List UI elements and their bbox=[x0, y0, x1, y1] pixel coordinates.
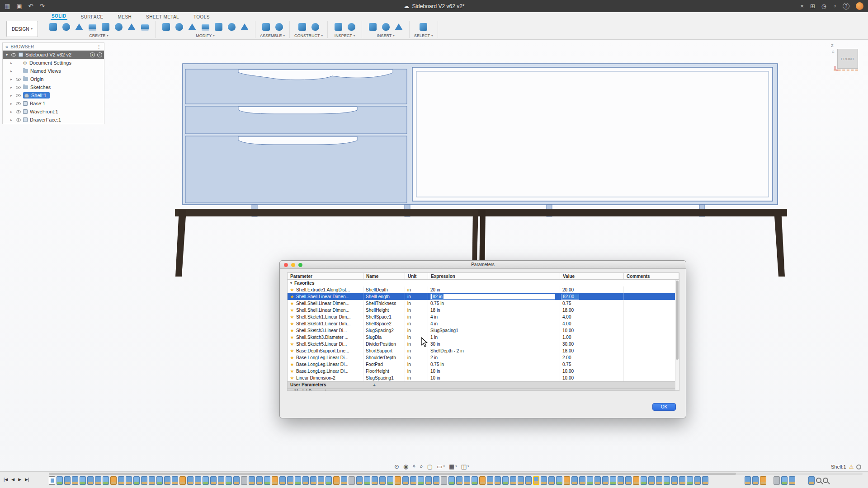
timeline-feature-icon[interactable] bbox=[633, 476, 639, 485]
favorite-star-icon[interactable]: ★ bbox=[289, 293, 295, 300]
timeline-feature-icon[interactable] bbox=[425, 476, 432, 485]
cell-expression[interactable]: 0.75 in bbox=[428, 361, 560, 368]
timeline-feature-icon[interactable] bbox=[249, 476, 255, 485]
timeline-feature-icon[interactable] bbox=[641, 476, 647, 485]
timeline-feature-icon[interactable] bbox=[472, 476, 478, 485]
group-label-create[interactable]: CREATE▾ bbox=[89, 33, 108, 38]
expand-arrow-icon[interactable]: ▸ bbox=[9, 110, 14, 114]
close-icon[interactable]: × bbox=[800, 0, 804, 12]
timeline-feature-icon[interactable] bbox=[625, 476, 632, 485]
ok-button[interactable]: OK bbox=[652, 403, 676, 411]
favorite-star-icon[interactable]: ★ bbox=[289, 314, 295, 320]
timeline-feature-icon[interactable] bbox=[387, 476, 393, 485]
browser-item-origin[interactable]: ▸Origin bbox=[3, 75, 104, 83]
group-label-modify[interactable]: MODIFY▾ bbox=[196, 33, 215, 38]
group-label-construct[interactable]: CONSTRUCT▾ bbox=[294, 33, 323, 38]
favorite-star-icon[interactable]: ★ bbox=[289, 354, 295, 361]
timeline-feature-icon[interactable] bbox=[241, 476, 247, 485]
timeline-feature-icon[interactable] bbox=[525, 476, 532, 485]
cell-comments[interactable] bbox=[624, 368, 679, 375]
tab-solid[interactable]: SOLID bbox=[51, 14, 67, 20]
parameter-row-shortsupport[interactable]: ★Base.DepthSupport.Line...ShortSupportin… bbox=[288, 347, 679, 354]
expand-arrow-icon[interactable]: ▸ bbox=[9, 77, 14, 81]
timeline-feature-icon[interactable] bbox=[187, 476, 193, 485]
sweep-icon[interactable] bbox=[86, 21, 98, 33]
timeline-feature-icon[interactable] bbox=[264, 476, 270, 485]
timeline-feature-icon[interactable] bbox=[203, 476, 209, 485]
display-settings-icon[interactable]: ▭▾ bbox=[437, 463, 445, 470]
timeline-feature-icon[interactable] bbox=[287, 476, 293, 485]
cell-comments[interactable] bbox=[624, 320, 679, 327]
press-pull-icon[interactable] bbox=[160, 21, 172, 33]
timeline-feature-icon[interactable] bbox=[671, 476, 678, 485]
timeline-feature-icon[interactable] bbox=[80, 476, 86, 485]
visibility-eye-icon[interactable] bbox=[16, 78, 21, 81]
cell-comments[interactable] bbox=[624, 375, 679, 381]
timeline-feature-icon[interactable] bbox=[774, 476, 780, 485]
timeline-feature-icon[interactable] bbox=[279, 476, 286, 485]
timeline-feature-icon[interactable] bbox=[541, 476, 547, 485]
timeline-feature-icon[interactable] bbox=[341, 476, 347, 485]
timeline-feature-icon[interactable] bbox=[441, 476, 447, 485]
cell-comments[interactable] bbox=[624, 327, 679, 334]
timeline-feature-icon[interactable] bbox=[464, 476, 470, 485]
drawer-3[interactable] bbox=[185, 136, 407, 203]
favorite-star-icon[interactable]: ★ bbox=[289, 341, 295, 347]
warning-icon[interactable]: ⚠ bbox=[849, 464, 854, 470]
expand-arrow-icon[interactable]: ▸ bbox=[9, 102, 14, 106]
group-label-select[interactable]: SELECT▾ bbox=[414, 33, 433, 38]
timeline-feature-icon[interactable] bbox=[687, 476, 693, 485]
timeline-feature-icon[interactable] bbox=[781, 476, 788, 485]
tab-mesh[interactable]: MESH bbox=[117, 14, 133, 20]
visibility-eye-icon[interactable] bbox=[11, 53, 16, 56]
viewports-icon[interactable]: ◫▾ bbox=[461, 463, 469, 470]
notification-dot-icon[interactable] bbox=[856, 465, 861, 469]
timeline-feature-icon[interactable] bbox=[272, 476, 278, 485]
timeline-feature-icon[interactable] bbox=[694, 476, 701, 485]
parameter-row-slugdia[interactable]: ★Shell.Sketch3.Diameter ...SlugDiain1 in… bbox=[288, 334, 679, 341]
timeline-feature-icon[interactable] bbox=[745, 476, 751, 485]
expand-arrow-icon[interactable]: ▸ bbox=[9, 118, 14, 122]
favorite-star-icon[interactable]: ★ bbox=[289, 320, 295, 327]
parameter-row-floorheight[interactable]: ★Base.LongLeg.Linear Di...FloorHeightin1… bbox=[288, 368, 679, 375]
group-label-insert[interactable]: INSERT▾ bbox=[377, 33, 394, 38]
browser-item-wavefront-1[interactable]: ▸WaveFront:1 bbox=[3, 108, 104, 116]
timeline-feature-icon[interactable] bbox=[318, 476, 324, 485]
timeline-feature-icon[interactable] bbox=[326, 476, 332, 485]
timeline-feature-icon[interactable] bbox=[656, 476, 662, 485]
parameter-row-shelllength[interactable]: ★Shell.Shell.Linear Dimen...ShellLengthi… bbox=[288, 293, 679, 300]
timeline-feature-icon[interactable] bbox=[679, 476, 685, 485]
cell-comments[interactable] bbox=[624, 334, 679, 341]
viewcube[interactable]: Z ⌂ FRONT bbox=[831, 43, 863, 80]
visibility-eye-icon[interactable] bbox=[16, 102, 21, 105]
timeline-feature-icon[interactable] bbox=[618, 476, 624, 485]
parameter-row-slugspacing2[interactable]: ★Shell.Sketch3.Linear Di...SlugSpacing2i… bbox=[288, 327, 679, 334]
tab-tools[interactable]: TOOLS bbox=[193, 14, 211, 20]
dialog-titlebar[interactable]: Parameters bbox=[280, 261, 686, 269]
timeline-feature-icon[interactable] bbox=[510, 476, 516, 485]
browser-root-item[interactable]: ▾ Sideboard V2 v62 v2 i ◦ bbox=[3, 51, 104, 59]
timeline-feature-icon[interactable] bbox=[379, 476, 386, 485]
column-header-comments[interactable]: Comments bbox=[624, 273, 679, 279]
timeline-feature-icon[interactable] bbox=[372, 476, 378, 485]
cell-comments[interactable] bbox=[624, 341, 679, 347]
help-icon[interactable]: ? bbox=[843, 3, 849, 9]
column-header-unit[interactable]: Unit bbox=[405, 273, 428, 279]
cell-comments[interactable] bbox=[624, 361, 679, 368]
timeline-feature-icon[interactable] bbox=[610, 476, 616, 485]
home-view-icon[interactable]: ⌂ bbox=[832, 49, 835, 54]
timeline-feature-icon[interactable] bbox=[356, 476, 363, 485]
cell-expression[interactable]: 4 in bbox=[428, 320, 560, 327]
pattern-icon[interactable] bbox=[139, 21, 151, 33]
timeline-feature-icon[interactable] bbox=[395, 476, 401, 485]
timeline-feature-icon[interactable] bbox=[564, 476, 570, 485]
favorite-star-icon[interactable]: ★ bbox=[289, 307, 295, 314]
collapse-panel-icon[interactable]: « bbox=[5, 44, 8, 49]
timeline-feature-icon[interactable] bbox=[518, 476, 524, 485]
cell-comments[interactable] bbox=[624, 307, 679, 314]
rib-icon[interactable] bbox=[113, 21, 124, 33]
timeline-feature-icon[interactable] bbox=[664, 476, 670, 485]
undo-icon[interactable]: ↶ bbox=[28, 0, 33, 12]
cell-expression[interactable]: 1 in bbox=[428, 334, 560, 341]
timeline-feature-icon[interactable] bbox=[594, 476, 601, 485]
